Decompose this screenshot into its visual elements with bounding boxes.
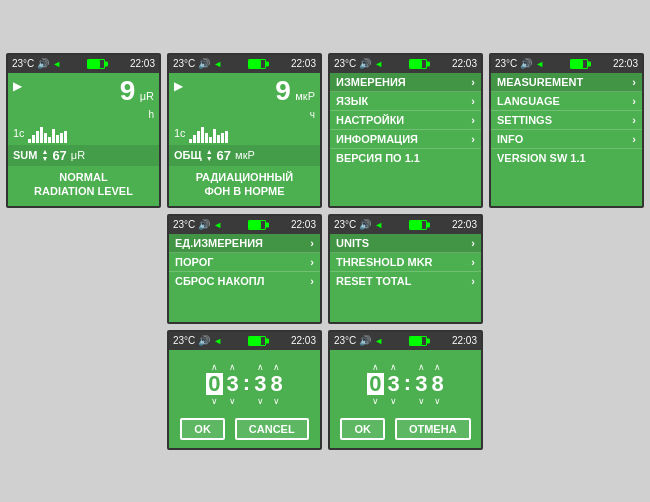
menu-label: INFO xyxy=(497,133,523,145)
menu-label: ИНФОРМАЦИЯ xyxy=(336,133,418,145)
play-icon-2[interactable]: ▶ xyxy=(174,79,183,93)
sound-icon-5: 🔊 xyxy=(198,219,210,230)
screen-measurement-en: 23°C 🔊 ◄ 22:03 ▶ 9 μR h 1c xyxy=(6,53,161,208)
menu-item-settings-ru[interactable]: НАСТРОЙКИ › xyxy=(330,111,481,130)
dn-arrow-r0[interactable]: ∨ xyxy=(372,396,379,406)
dn-arrow-2[interactable]: ∨ xyxy=(257,396,264,406)
digit-group-1[interactable]: ∧ 3 ∨ xyxy=(227,362,239,406)
sum-arrows-1[interactable]: ▲ ▼ xyxy=(41,148,48,162)
sum-unit-2: мкР xyxy=(235,149,255,161)
cancel-button-en[interactable]: CANCEL xyxy=(235,418,309,440)
up-arrow-r0[interactable]: ∧ xyxy=(372,362,379,372)
temp-display-2: 23°C xyxy=(173,58,195,69)
up-arrow-r3[interactable]: ∧ xyxy=(434,362,441,372)
menu-item-settings-en[interactable]: SETTINGS › xyxy=(491,111,642,130)
normal-text-2: РАДИАЦИОННЫЙФОН В НОРМЕ xyxy=(169,166,320,203)
menu-arrow: › xyxy=(471,133,475,145)
time-display-3: 22:03 xyxy=(452,58,477,69)
temp-display-4: 23°C xyxy=(495,58,517,69)
digit-group-r2[interactable]: ∧ 3 ∨ xyxy=(415,362,427,406)
screen-row-2: 23°C 🔊 ◄ 22:03 ЕД.ИЗМЕРЕНИЯ › ПОРОГ › СБ… xyxy=(167,214,483,324)
time-display-2: 22:03 xyxy=(291,58,316,69)
reading-sub-1: h xyxy=(148,109,154,120)
menu-arrow: › xyxy=(471,76,475,88)
temp-display-6: 23°C xyxy=(334,219,356,230)
battery-6 xyxy=(409,220,427,230)
up-arrow-r2[interactable]: ∧ xyxy=(418,362,425,372)
signal-icon-5: ◄ xyxy=(213,220,222,230)
dn-arrow-r3[interactable]: ∨ xyxy=(434,396,441,406)
menu-item-info-en[interactable]: INFO › xyxy=(491,130,642,149)
reading-big-2: 9 мкР ч xyxy=(275,77,315,121)
sum-unit-1: μR xyxy=(71,149,85,161)
menu-item-language-ru[interactable]: ЯЗЫК › xyxy=(330,92,481,111)
menu-label: СБРОС НАКОПЛ xyxy=(175,275,264,287)
reading-unit-1: μR xyxy=(140,90,154,102)
menu-item-measurement-en[interactable]: MEASUREMENT › xyxy=(491,73,642,92)
menu-item-threshold-en[interactable]: THRESHOLD MKR › xyxy=(330,253,481,272)
time-display-1: 22:03 xyxy=(130,58,155,69)
menu-arrow: › xyxy=(471,95,475,107)
digit-group-r0[interactable]: ∧ 0 ∨ xyxy=(367,362,383,406)
signal-icon-4: ◄ xyxy=(535,59,544,69)
dn-arrow-r1[interactable]: ∨ xyxy=(390,396,397,406)
digit-group-2[interactable]: ∧ 3 ∨ xyxy=(254,362,266,406)
menu-item-reset-ru[interactable]: СБРОС НАКОПЛ › xyxy=(169,272,320,290)
sound-icon-3: 🔊 xyxy=(359,58,371,69)
dn-arrow-1[interactable]: ∨ xyxy=(229,396,236,406)
status-bar-1: 23°C 🔊 ◄ 22:03 xyxy=(8,55,159,73)
screen-timeset-ru: 23°C 🔊 ◄ 22:03 ∧ 0 ∨ ∧ 3 ∨ xyxy=(328,330,483,450)
signal-icon-1: ◄ xyxy=(52,59,61,69)
dn-arrow-r2[interactable]: ∨ xyxy=(418,396,425,406)
menu-label: ПОРОГ xyxy=(175,256,213,268)
menu-item-measurements-ru[interactable]: ИЗМЕРЕНИЯ › xyxy=(330,73,481,92)
menu-arrow: › xyxy=(632,133,636,145)
digit-group-0[interactable]: ∧ 0 ∨ xyxy=(206,362,222,406)
screen-row-3: 23°C 🔊 ◄ 22:03 ∧ 0 ∨ ∧ 3 ∨ xyxy=(167,330,483,450)
menu-label: LANGUAGE xyxy=(497,95,560,107)
sum-arrows-2[interactable]: ▲ ▼ xyxy=(206,148,213,162)
up-arrow-3[interactable]: ∧ xyxy=(273,362,280,372)
menu-item-threshold-ru[interactable]: ПОРОГ › xyxy=(169,253,320,272)
menu-3: ИЗМЕРЕНИЯ › ЯЗЫК › НАСТРОЙКИ › ИНФОРМАЦИ… xyxy=(330,73,481,167)
menu-item-language-en[interactable]: LANGUAGE › xyxy=(491,92,642,111)
menu-item-info-ru[interactable]: ИНФОРМАЦИЯ › xyxy=(330,130,481,149)
digit-r0: 0 xyxy=(367,373,383,395)
menu-item-units-ru[interactable]: ЕД.ИЗМЕРЕНИЯ › xyxy=(169,234,320,253)
dn-arrow-3[interactable]: ∨ xyxy=(273,396,280,406)
up-arrow-2[interactable]: ∧ xyxy=(257,362,264,372)
digit-group-r3[interactable]: ∧ 8 ∨ xyxy=(431,362,443,406)
signal-icon-6: ◄ xyxy=(374,220,383,230)
menu-item-reset-en[interactable]: RESET TOTAL › xyxy=(330,272,481,290)
signal-icon-2: ◄ xyxy=(213,59,222,69)
up-arrow-r1[interactable]: ∧ xyxy=(390,362,397,372)
menu-item-version-ru[interactable]: ВЕРСИЯ ПО 1.1 xyxy=(330,149,481,167)
colon-1: : xyxy=(243,370,250,396)
menu-label: THRESHOLD MKR xyxy=(336,256,433,268)
normal-text-1: NORMALRADIATION LEVEL xyxy=(8,166,159,203)
digit-group-r1[interactable]: ∧ 3 ∨ xyxy=(388,362,400,406)
cancel-button-ru[interactable]: ОТМЕНА xyxy=(395,418,471,440)
bar-row-1: 1c xyxy=(8,121,159,145)
digit-0: 0 xyxy=(206,373,222,395)
ok-button-ru[interactable]: OK xyxy=(340,418,385,440)
play-icon-1[interactable]: ▶ xyxy=(13,79,22,93)
temp-display-5: 23°C xyxy=(173,219,195,230)
signal-icon-3: ◄ xyxy=(374,59,383,69)
meas-top-1: ▶ 9 μR h xyxy=(8,73,159,121)
status-bar-4: 23°C 🔊 ◄ 22:03 xyxy=(491,55,642,73)
digit-group-3[interactable]: ∧ 8 ∨ xyxy=(270,362,282,406)
screen-timeset-en: 23°C 🔊 ◄ 22:03 ∧ 0 ∨ ∧ 3 ∨ xyxy=(167,330,322,450)
status-bar-2: 23°C 🔊 ◄ 22:03 xyxy=(169,55,320,73)
dn-arrow-0[interactable]: ∨ xyxy=(211,396,218,406)
time-display-7: 22:03 xyxy=(291,335,316,346)
menu-item-version-en[interactable]: VERSION SW 1.1 xyxy=(491,149,642,167)
up-arrow-1[interactable]: ∧ xyxy=(229,362,236,372)
menu-item-units-en[interactable]: UNITS › xyxy=(330,234,481,253)
up-arrow-0[interactable]: ∧ xyxy=(211,362,218,372)
status-bar-6: 23°C 🔊 ◄ 22:03 xyxy=(330,216,481,234)
menu-arrow: › xyxy=(471,114,475,126)
reading-num-2: 9 xyxy=(275,75,291,106)
ok-button-en[interactable]: OK xyxy=(180,418,225,440)
menu-label: MEASUREMENT xyxy=(497,76,583,88)
